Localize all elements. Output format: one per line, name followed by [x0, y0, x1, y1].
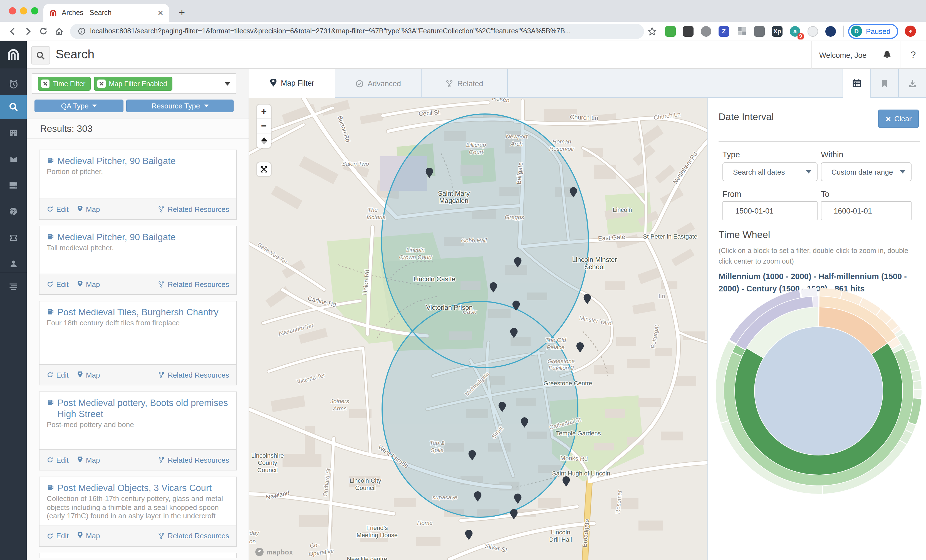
edit-link[interactable]: Edit [47, 205, 69, 213]
related-resources-link[interactable]: Related Resources [158, 456, 229, 464]
filter-chip[interactable]: Time Filter [38, 77, 90, 91]
new-tab-button[interactable]: + [176, 7, 188, 19]
remove-filter-icon[interactable] [41, 80, 50, 88]
date-type-select[interactable]: Search all dates [722, 162, 817, 181]
notifications-button[interactable] [874, 41, 900, 69]
profile-paused-chip[interactable]: D Paused [848, 24, 898, 39]
sidebar-item-recent[interactable] [0, 73, 27, 95]
map-canvas[interactable]: Cecil StChurch LnChurch LnNettleham RdBu… [249, 98, 707, 560]
forward-icon[interactable] [20, 23, 36, 39]
back-icon[interactable] [5, 23, 20, 39]
result-card: Post Medieval pottery, Boots old premise… [39, 392, 237, 471]
mapbox-attribution[interactable]: mapbox [255, 547, 293, 557]
map-link[interactable]: Map [77, 532, 100, 540]
map-label: Drill Hall [549, 536, 572, 543]
result-title[interactable]: Post Medieval Objects, 3 Vicars Court [47, 482, 229, 493]
tab-related[interactable]: Related [422, 69, 508, 98]
tab-saved-searches-bookmark[interactable] [870, 69, 898, 98]
zoom-out-button[interactable]: − [257, 119, 271, 133]
tab-map-filter[interactable]: Map Filter [249, 69, 335, 98]
sidebar-item-menu[interactable] [0, 275, 27, 298]
map-zoom-controls[interactable]: + − [257, 104, 271, 148]
result-title[interactable]: Post Medieval pottery, Boots old premise… [47, 397, 229, 419]
minimize-window-button[interactable] [20, 7, 27, 14]
filters-dropdown-caret[interactable] [225, 82, 230, 85]
bookmark-star-icon[interactable] [644, 23, 660, 39]
sidebar-item-cards[interactable] [0, 226, 27, 248]
tab-export-download[interactable] [898, 69, 926, 98]
time-wheel-center[interactable] [755, 327, 883, 455]
sidebar-item-map-layers[interactable] [0, 200, 27, 222]
from-date-input[interactable]: 1500-01-01 [722, 201, 817, 220]
active-filters-panel[interactable]: Time FilterMap Filter Enabled [32, 73, 236, 94]
browser-toolbar: localhost:8081/search?paging-filter=1&fo… [0, 22, 926, 41]
sidebar-item-provisional[interactable] [0, 174, 27, 196]
map-link[interactable]: Map [77, 205, 100, 213]
sidebar-item-profile[interactable] [0, 253, 27, 275]
extension-icon-inspector[interactable] [808, 26, 818, 36]
fit-extent-button[interactable] [257, 162, 271, 176]
filter-chip[interactable]: Map Filter Enabled [94, 77, 172, 91]
browser-tab[interactable]: Arches - Search ✕ [43, 4, 169, 22]
extension-icon-xpath[interactable]: Xp [772, 26, 782, 36]
address-bar[interactable]: localhost:8081/search?paging-filter=1&fo… [70, 24, 644, 39]
tab-close-icon[interactable]: ✕ [157, 9, 163, 17]
result-title[interactable]: Medieval Pitcher, 90 Bailgate [47, 232, 229, 242]
extension-icon-grid[interactable] [736, 26, 747, 36]
clear-filter-button[interactable]: Clear [878, 109, 919, 128]
result-card [39, 552, 237, 558]
update-icon[interactable] [905, 26, 916, 37]
reload-icon[interactable] [36, 23, 51, 39]
tab-advanced[interactable]: Advanced [335, 69, 422, 98]
extension-icon-zotero[interactable]: Z [719, 26, 729, 36]
search-tabs: Map Filter Advanced Related [249, 69, 926, 98]
remove-filter-icon[interactable] [97, 80, 105, 88]
extension-icon-geojson[interactable] [754, 26, 765, 36]
map-label: Saint Mary [438, 190, 470, 197]
map-link[interactable]: Map [77, 456, 100, 464]
related-resources-link[interactable]: Related Resources [158, 205, 229, 213]
zoom-window-button[interactable] [31, 7, 38, 14]
arches-logo[interactable] [0, 41, 27, 68]
to-date-input[interactable]: 1600-01-01 [821, 201, 912, 220]
time-wheel-segment[interactable] [912, 370, 921, 381]
time-wheel-segment[interactable] [914, 390, 921, 398]
within-select[interactable]: Custom date range [821, 162, 912, 181]
related-resources-link[interactable]: Related Resources [158, 280, 229, 288]
welcome-user[interactable]: Welcome, Joe [811, 41, 874, 69]
time-wheel-segment[interactable] [913, 381, 921, 389]
sidebar-item-resource-manager[interactable] [0, 122, 27, 144]
time-wheel-chart[interactable] [713, 285, 924, 496]
sidebar-item-bookmarks[interactable] [0, 148, 27, 170]
extension-icon-globe[interactable] [825, 26, 836, 36]
edit-link[interactable]: Edit [47, 371, 69, 379]
edit-link[interactable]: Edit [47, 280, 69, 288]
tab-time-filter-calendar[interactable] [843, 69, 870, 98]
related-resources-link[interactable]: Related Resources [158, 532, 229, 540]
edit-link[interactable]: Edit [47, 532, 69, 540]
zoom-in-button[interactable]: + [257, 104, 271, 119]
site-info-icon[interactable] [78, 27, 86, 35]
home-icon[interactable] [51, 23, 67, 39]
compass-control[interactable] [257, 133, 271, 148]
time-wheel-segment[interactable] [909, 360, 919, 371]
resource-type-filter-button[interactable]: Resource Type [126, 100, 234, 112]
map-link[interactable]: Map [77, 280, 100, 288]
extension-icon-loop[interactable] [701, 26, 711, 36]
qa-type-filter-button[interactable]: QA Type [35, 100, 124, 112]
extension-icon-evernote[interactable] [665, 26, 676, 36]
edit-link[interactable]: Edit [47, 456, 69, 464]
help-button[interactable]: ? [900, 41, 926, 69]
extension-icon-archive[interactable]: a9 [790, 26, 800, 36]
extension-icon-robot[interactable] [683, 26, 693, 36]
app-sidebar [0, 41, 27, 560]
result-title[interactable]: Post Medieval Tiles, Burghersh Chantry [47, 306, 229, 318]
close-window-button[interactable] [9, 7, 16, 14]
related-resources-link[interactable]: Related Resources [158, 371, 229, 379]
result-card: Post Medieval Tiles, Burghersh ChantryFo… [39, 301, 237, 385]
time-wheel-segment[interactable] [801, 288, 817, 297]
sidebar-item-search[interactable] [0, 95, 27, 119]
map-link[interactable]: Map [77, 371, 100, 379]
result-title[interactable]: Medieval Pitcher, 90 Bailgate [47, 155, 229, 166]
time-wheel-segment[interactable] [813, 297, 818, 307]
